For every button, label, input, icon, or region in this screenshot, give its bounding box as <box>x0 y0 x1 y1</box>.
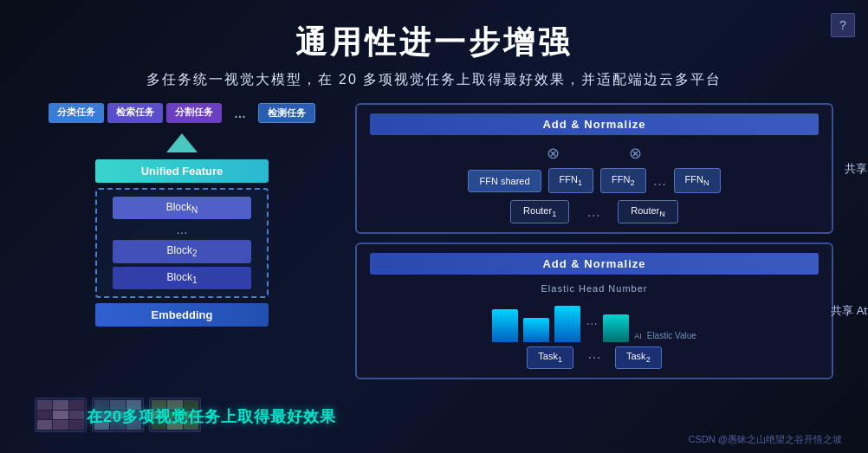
bars-dots: … <box>586 314 598 327</box>
content-area: 分类任务 检索任务 分割任务 … 检测任务 Unified Feature Bl… <box>35 103 833 424</box>
add-normalize-top: Add & Normalize <box>370 113 819 135</box>
otimes-right-icon: ⊗ <box>629 144 642 163</box>
elastic-value-label: Elastic Value <box>647 331 696 342</box>
router-1-box: Router1 <box>510 200 569 223</box>
otimes-left-icon: ⊗ <box>547 144 560 163</box>
overlay-text: 在20多项视觉任务上取得最好效果 <box>87 406 336 427</box>
router-row: Router1 … RouterN <box>370 200 819 223</box>
page-subtitle: 多任务统一视觉大模型，在 20 多项视觉任务上取得最好效果，并适配端边云多平台 <box>35 71 833 89</box>
router-dots: … <box>586 204 600 220</box>
bar-group-2 <box>523 318 549 342</box>
tab-check[interactable]: 检测任务 <box>258 103 315 123</box>
bar-group-1 <box>492 309 518 342</box>
thumb-1 <box>35 398 87 432</box>
left-panel: 分类任务 检索任务 分割任务 … 检测任务 Unified Feature Bl… <box>35 103 329 424</box>
ffn-dots: … <box>653 173 667 189</box>
help-button[interactable]: ? <box>831 13 855 37</box>
blocks-container: BlockN … Block2 Block1 <box>95 188 269 298</box>
arrow-up-icon <box>166 133 198 152</box>
shared-attn-label: 共享 Attention <box>831 303 868 319</box>
ai-label: AI <box>634 332 642 342</box>
task-tabs: 分类任务 检索任务 分割任务 … 检测任务 <box>49 103 315 123</box>
attention-block: Add & Normalize Elastic Head Number … <box>355 243 833 379</box>
slide: ? 通用性进一步增强 多任务统一视觉大模型，在 20 多项视觉任务上取得最好效果… <box>0 0 868 453</box>
shared-ffn-label: 共享 FFN <box>845 161 868 177</box>
attn-bar-2a <box>523 318 549 342</box>
attention-bars: … AI Elastic Value <box>370 299 819 342</box>
right-panel: Add & Normalize ⊗ ⊗ FFN shared FFN1 FFN2… <box>355 103 833 424</box>
task-row: Task1 … Task2 <box>370 346 819 368</box>
add-normalize-bottom: Add & Normalize <box>370 253 819 275</box>
block-n: BlockN <box>113 197 251 219</box>
tab-dots: … <box>225 103 255 123</box>
attn-bar-4a <box>603 314 629 342</box>
embedding-box: Embedding <box>95 303 269 327</box>
elastic-head-label: Elastic Head Number <box>370 283 819 294</box>
task-1-box: Task1 <box>527 346 573 368</box>
ffn-shared-box: FFN shared <box>468 170 541 192</box>
unified-feature-box: Unified Feature <box>95 159 269 183</box>
block-dots: … <box>176 223 188 236</box>
attn-bar-3a <box>554 306 580 342</box>
tab-classify[interactable]: 分类任务 <box>49 103 104 123</box>
attn-bar-1a <box>492 309 518 342</box>
ffn-1-box: FFN1 <box>548 168 593 193</box>
bar-group-4 <box>603 314 629 342</box>
block-2: Block2 <box>113 240 251 262</box>
watermark: CSDN @愚昧之山绝望之谷开悟之坡 <box>689 433 842 446</box>
tab-detect[interactable]: 检索任务 <box>107 103 163 123</box>
tab-segment[interactable]: 分割任务 <box>166 103 222 123</box>
ffn-row: FFN shared FFN1 FFN2 … FFNN <box>370 168 819 193</box>
ffn-2-box: FFN2 <box>600 168 645 193</box>
ffn-block: Add & Normalize ⊗ ⊗ FFN shared FFN1 FFN2… <box>355 103 833 234</box>
task-2-box: Task2 <box>615 346 662 368</box>
task-dots: … <box>587 346 601 368</box>
block-1: Block1 <box>113 267 251 289</box>
bar-group-3 <box>554 306 580 342</box>
page-title: 通用性进一步增强 <box>35 22 833 64</box>
ffn-n-box: FFNN <box>674 168 721 193</box>
router-n-box: RouterN <box>618 200 678 223</box>
